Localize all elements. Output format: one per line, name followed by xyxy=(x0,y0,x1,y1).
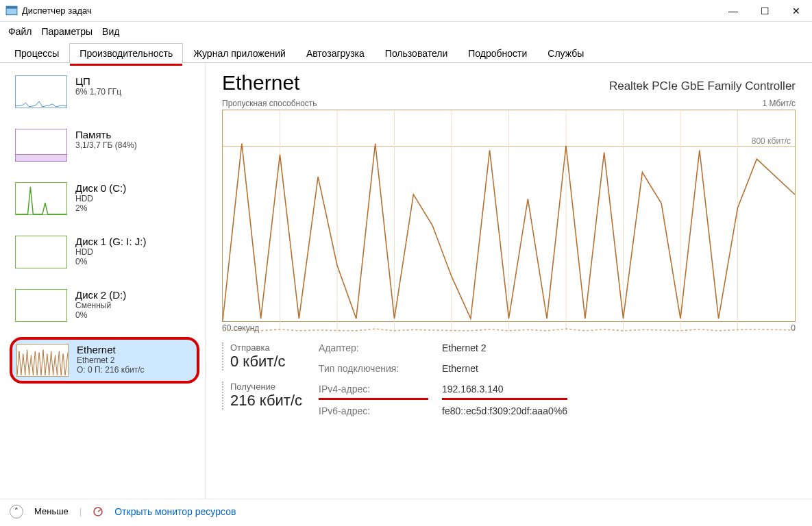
cpu-name: ЦП xyxy=(75,75,121,87)
chart-label: Пропускная способность xyxy=(222,99,317,108)
sidebar-item-cpu[interactable]: ЦП 6% 1,70 ГГц xyxy=(10,70,199,114)
page-title: Ethernet xyxy=(222,71,299,95)
sidebar-item-disk0[interactable]: Диск 0 (C:) HDD 2% xyxy=(10,177,199,221)
tab-services[interactable]: Службы xyxy=(537,43,594,63)
disk2-thumb xyxy=(15,289,67,322)
throughput-chart: 800 кбит/с xyxy=(222,110,796,322)
ipv4-key: IPv4-адрес: xyxy=(319,384,428,401)
menu-file[interactable]: Файл xyxy=(8,26,32,37)
disk0-sub2: 2% xyxy=(75,203,126,213)
disk0-name: Диск 0 (C:) xyxy=(75,182,126,194)
disk2-sub: Сменный xyxy=(75,301,126,310)
ipv6-key: IPv6-адрес: xyxy=(319,405,428,421)
tab-processes[interactable]: Процессы xyxy=(4,43,69,63)
adapter-val: Ethernet 2 xyxy=(442,342,567,358)
chart-ymax: 1 Мбит/с xyxy=(763,99,796,108)
disk0-sub: HDD xyxy=(75,194,126,203)
highlight-underline xyxy=(70,64,182,66)
menu-options[interactable]: Параметры xyxy=(41,26,93,37)
adapter-key: Адаптер: xyxy=(319,342,428,358)
menubar: Файл Параметры Вид xyxy=(0,22,812,41)
tab-performance-label: Производительность xyxy=(79,48,173,59)
send-value: 0 кбит/с xyxy=(230,353,302,371)
sidebar-item-disk2[interactable]: Диск 2 (D:) Сменный 0% xyxy=(10,284,199,327)
disk2-name: Диск 2 (D:) xyxy=(75,289,126,301)
window-title: Диспетчер задач xyxy=(22,5,717,16)
type-key: Тип подключения: xyxy=(319,363,428,378)
recv-value: 216 кбит/с xyxy=(230,392,302,410)
sidebar: ЦП 6% 1,70 ГГц Память 3,1/3,7 ГБ (84%) Д… xyxy=(0,63,206,499)
ipv6-val: fe80::ec5d:f309:20df:aaa0%6 xyxy=(442,405,567,421)
type-val: Ethernet xyxy=(442,363,567,378)
maximize-button[interactable]: ☐ xyxy=(749,0,780,22)
memory-name: Память xyxy=(75,129,137,140)
less-button[interactable]: Меньше xyxy=(34,506,69,516)
svg-line-12 xyxy=(98,510,101,512)
disk1-sub2: 0% xyxy=(75,257,146,266)
sidebar-item-memory[interactable]: Память 3,1/3,7 ГБ (84%) xyxy=(10,123,199,167)
disk1-name: Диск 1 (G: I: J:) xyxy=(75,236,146,247)
ethernet-sub2: О: 0 П: 216 кбит/с xyxy=(77,365,145,375)
memory-thumb xyxy=(15,129,67,162)
ipv4-val: 192.168.3.140 xyxy=(442,384,567,401)
menu-view[interactable]: Вид xyxy=(102,26,119,37)
tab-users[interactable]: Пользователи xyxy=(375,43,458,63)
svg-rect-1 xyxy=(6,6,17,8)
disk0-thumb xyxy=(15,182,67,215)
disk1-thumb xyxy=(15,236,67,268)
send-label: Отправка xyxy=(230,342,302,353)
titlebar: Диспетчер задач — ☐ ✕ xyxy=(0,0,812,22)
ethernet-thumb xyxy=(16,344,69,377)
tabstrip: Процессы Производительность Журнал прило… xyxy=(0,42,812,63)
ethernet-sub: Ethernet 2 xyxy=(77,355,145,365)
close-button[interactable]: ✕ xyxy=(780,0,812,22)
resmon-icon xyxy=(93,506,103,517)
collapse-icon[interactable]: ˄ xyxy=(10,505,23,518)
cpu-sub: 6% 1,70 ГГц xyxy=(75,87,121,97)
recv-label: Получение xyxy=(230,381,302,392)
disk2-sub2: 0% xyxy=(75,310,126,320)
sidebar-item-disk1[interactable]: Диск 1 (G: I: J:) HDD 0% xyxy=(10,230,199,274)
ethernet-name: Ethernet xyxy=(77,344,145,355)
memory-sub: 3,1/3,7 ГБ (84%) xyxy=(75,140,137,150)
tab-apphistory[interactable]: Журнал приложений xyxy=(183,43,296,63)
resmon-link[interactable]: Открыть монитор ресурсов xyxy=(114,506,236,517)
minimize-button[interactable]: — xyxy=(717,0,749,22)
tab-startup[interactable]: Автозагрузка xyxy=(296,43,375,63)
footer: ˄ Меньше | Открыть монитор ресурсов xyxy=(0,499,812,523)
main-panel: Ethernet Realtek PCIe GbE Family Control… xyxy=(206,63,812,499)
adapter-name: Realtek PCIe GbE Family Controller xyxy=(609,79,796,93)
tab-performance[interactable]: Производительность xyxy=(69,43,183,63)
cpu-thumb xyxy=(15,75,67,108)
tab-details[interactable]: Подробности xyxy=(458,43,537,63)
app-icon xyxy=(5,5,18,17)
disk1-sub: HDD xyxy=(75,247,146,257)
sidebar-item-ethernet[interactable]: Ethernet Ethernet 2 О: 0 П: 216 кбит/с xyxy=(10,337,199,384)
